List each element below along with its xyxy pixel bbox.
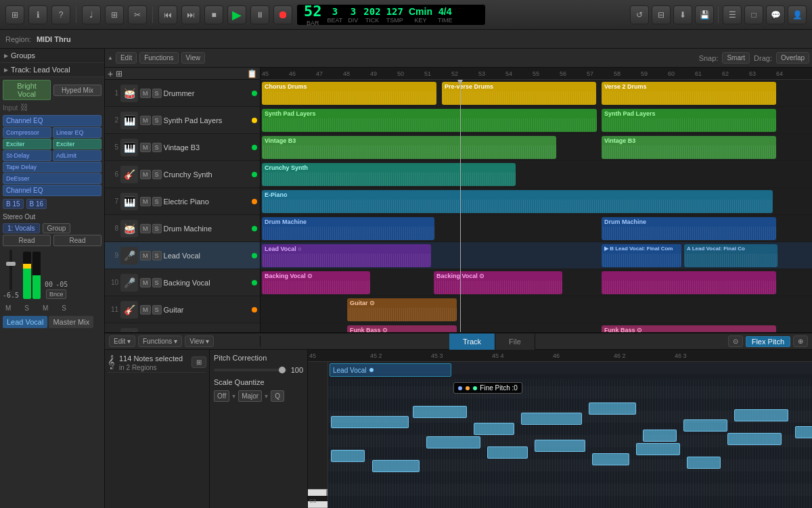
view-menu[interactable]: View (181, 52, 206, 64)
mute-lead-vocal[interactable]: M (140, 251, 151, 260)
solo-synth-pad[interactable]: S (152, 116, 162, 125)
clip-backing-vocal-2[interactable]: Backing Vocal ⊙ (434, 271, 562, 294)
solo-guitar[interactable]: S (152, 305, 162, 315)
fader-track-left[interactable] (9, 250, 12, 290)
clip-electric-piano[interactable]: E-Piano (262, 190, 773, 213)
solo-drummer[interactable]: S (152, 89, 162, 98)
read-box-2[interactable]: Read (53, 235, 102, 246)
clip-guitar[interactable]: Guitar ⊙ (347, 298, 457, 321)
mute-backing-vocal[interactable]: M (140, 278, 151, 287)
play-btn[interactable]: ▶ (227, 5, 246, 24)
pitch-note-4[interactable] (521, 413, 582, 425)
bus-b16[interactable]: B 16 (26, 199, 47, 209)
list-btn[interactable]: ☰ (723, 5, 742, 24)
channel-name-hyped[interactable]: Hyped Mix (53, 85, 102, 96)
grid-btn[interactable]: ⊞ (116, 69, 122, 78)
bottom-edit-menu[interactable]: Edit ▾ (109, 336, 135, 347)
edit-menu[interactable]: Edit (116, 52, 137, 64)
pitch-note-14[interactable] (535, 440, 585, 452)
plugin-channel-eq[interactable]: Channel EQ (3, 115, 102, 126)
tab-file[interactable]: File (495, 333, 535, 350)
clip-vintage-b3-2[interactable]: Vintage B3 (602, 136, 776, 159)
plugin-compressor-1[interactable]: Compressor (3, 127, 51, 138)
plugin-exciter-2[interactable]: Exciter (53, 139, 102, 149)
clip-lead-vocal-1[interactable]: Lead Vocal ○ (262, 244, 431, 267)
bottom-tool-btn[interactable]: ⊕ (793, 336, 808, 347)
pitch-note-3[interactable] (474, 423, 514, 435)
flex-pitch-dropdown[interactable]: Flex Pitch (746, 336, 790, 347)
drag-value[interactable]: Overlap (776, 52, 809, 64)
clip-drum-machine-2[interactable]: Drum Machine (602, 217, 776, 240)
rewind-btn[interactable]: ⏮ (158, 5, 177, 24)
user-btn[interactable]: 👤 (788, 5, 807, 24)
solo-electric-piano[interactable]: S (152, 197, 162, 206)
scale-major[interactable]: Major (238, 390, 262, 402)
clip-drum-machine-1[interactable]: Drum Machine (262, 217, 434, 240)
snap-value[interactable]: Smart (722, 52, 750, 64)
tab-track[interactable]: Track (449, 333, 495, 350)
clip-preverse-drums[interactable]: Pre-verse Drums (442, 82, 596, 105)
q-btn[interactable]: Q (271, 390, 284, 402)
pitch-note-5[interactable] (589, 402, 636, 415)
note-pad-btn[interactable]: □ (744, 5, 763, 24)
plugin-deesser[interactable]: DeEsser (3, 173, 102, 184)
mute-electric-piano[interactable]: M (140, 197, 151, 206)
clip-lead-vocal-final-b[interactable]: ▶ B Lead Vocal: Final Com (602, 244, 681, 267)
plugin-exciter-1[interactable]: Exciter (3, 139, 51, 149)
vocals-channel[interactable]: 1: Vocals (3, 223, 40, 233)
mute-drum-machine[interactable]: M (140, 224, 151, 233)
pitch-note-2[interactable] (413, 406, 467, 418)
clip-funk-bass-1[interactable]: Funk Bass ⊙ (347, 325, 457, 332)
metronome-btn[interactable]: ♩ (82, 5, 101, 24)
pitch-note-6[interactable] (643, 430, 677, 442)
pitch-note-11[interactable] (372, 460, 420, 472)
pitch-note-13[interactable] (487, 446, 528, 459)
add-track-btn[interactable]: + (108, 68, 113, 79)
solo-vintage-b3[interactable]: S (152, 143, 162, 152)
record-btn[interactable]: ⏺ (273, 5, 292, 24)
undo-btn[interactable]: ↺ (630, 5, 649, 24)
mute-funk-bass[interactable]: M (140, 332, 151, 333)
solo-crunchy-synth[interactable]: S (152, 170, 162, 179)
redo-btn[interactable]: ⊟ (652, 5, 671, 24)
pitch-note-17[interactable] (687, 457, 721, 469)
piano-key-c3[interactable] (308, 489, 328, 496)
solo-backing-vocal[interactable]: S (152, 278, 162, 287)
master-mix-bottom[interactable]: Master Mix (49, 316, 93, 328)
scale-off[interactable]: Off (214, 390, 229, 402)
pitch-slider[interactable] (214, 369, 287, 371)
pitch-slider-thumb[interactable] (279, 367, 286, 373)
help-btn[interactable]: ? (51, 5, 70, 24)
clip-synth-pad-1[interactable]: Synth Pad Layers (262, 109, 597, 132)
groups-section[interactable]: ▶ Groups (0, 49, 104, 63)
pitch-note-7[interactable] (683, 419, 727, 432)
pitch-note-12[interactable] (426, 436, 480, 448)
mixer-btn[interactable]: ⊞ (105, 5, 124, 24)
info-btn[interactable]: ℹ (28, 5, 47, 24)
mute-vintage-b3[interactable]: M (140, 143, 151, 152)
clip-vintage-b3-1[interactable]: Vintage B3 (262, 136, 556, 159)
fader-knob-left[interactable] (6, 262, 16, 266)
plugin-tape-delay[interactable]: Tape Delay (3, 162, 102, 172)
pitch-note-18[interactable] (727, 433, 782, 445)
solo-btn-1[interactable]: S (24, 304, 29, 312)
solo-funk-bass[interactable]: S (152, 332, 162, 333)
clip-funk-bass-2[interactable]: Funk Bass ⊙ (602, 325, 776, 332)
pitch-note-16[interactable] (636, 443, 680, 455)
clip-crunchy-synth[interactable]: Crunchy Synth (262, 163, 516, 186)
clip-verse2-drums[interactable]: Verse 2 Drums (602, 82, 776, 105)
clip-lead-vocal-final-a[interactable]: A Lead Vocal: Final Co (684, 244, 777, 267)
mute-btn-2[interactable]: M (43, 304, 48, 312)
pitch-note-1[interactable] (331, 416, 409, 428)
mute-drummer[interactable]: M (140, 89, 151, 98)
save-btn[interactable]: 💾 (695, 5, 714, 24)
clip-synth-pad-2[interactable]: Synth Pad Layers (602, 109, 776, 132)
stop-btn[interactable]: ■ (204, 5, 223, 24)
read-box-1[interactable]: Read (3, 235, 51, 246)
bus-b15[interactable]: B 15 (3, 199, 24, 209)
plugin-channel-eq-2[interactable]: Channel EQ (3, 185, 102, 196)
clip-backing-vocal-3[interactable] (602, 271, 776, 294)
flex-pitch-selector[interactable]: ⊙ (728, 336, 743, 347)
fast-forward-btn[interactable]: ⏭ (181, 5, 200, 24)
clip-chorus-drums[interactable]: Chorus Drums (262, 82, 436, 105)
